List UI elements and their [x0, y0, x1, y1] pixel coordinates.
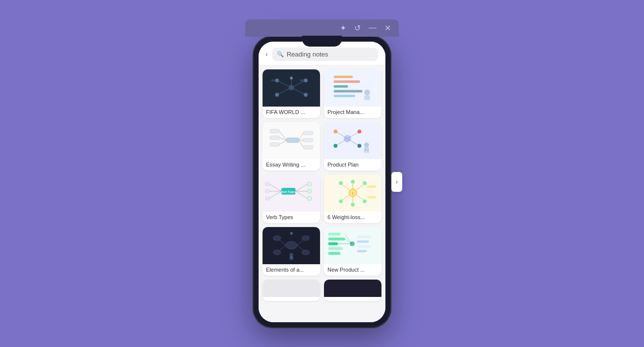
card-verb-types[interactable]: Verb Types — [263, 174, 320, 223]
svg-rect-58 — [266, 196, 269, 200]
svg-rect-81 — [367, 196, 376, 199]
svg-rect-97 — [328, 232, 340, 235]
thumb-verb-types: Verb Types — [263, 174, 320, 212]
svg-point-11 — [290, 77, 293, 80]
svg-rect-64 — [308, 196, 312, 200]
phone-frame: › ‹ 🔍 Reading notes — [253, 36, 391, 328]
svg-point-91 — [302, 250, 309, 255]
svg-rect-48 — [364, 149, 366, 153]
partial-card-2[interactable] — [324, 280, 381, 301]
svg-rect-101 — [328, 252, 340, 255]
svg-rect-95 — [289, 257, 293, 260]
svg-rect-56 — [266, 182, 269, 186]
card-label-new-product: New Product ... — [324, 264, 381, 276]
svg-point-79 — [339, 181, 343, 185]
thumb-product-plan — [324, 122, 381, 159]
svg-rect-98 — [328, 237, 345, 240]
svg-rect-19 — [333, 95, 355, 97]
svg-rect-12 — [271, 80, 275, 82]
svg-point-74 — [351, 180, 355, 184]
svg-point-83 — [285, 241, 297, 249]
svg-point-10 — [304, 93, 308, 97]
svg-rect-109 — [357, 250, 367, 252]
card-label-product-plan: Product Plan — [324, 159, 381, 171]
svg-rect-106 — [357, 235, 372, 238]
card-elements-of[interactable]: Elements of a... — [263, 227, 320, 276]
svg-rect-24 — [270, 136, 279, 140]
card-essay-writing[interactable]: Essay Writing ... — [263, 122, 320, 171]
card-label-essay: Essay Writing ... — [263, 159, 320, 171]
svg-point-78 — [339, 200, 343, 204]
phone-screen: ‹ 🔍 Reading notes — [259, 42, 385, 322]
card-label-elements-of: Elements of a... — [263, 264, 320, 276]
svg-point-42 — [333, 129, 337, 133]
scroll-right-arrow[interactable]: › — [391, 172, 402, 192]
svg-point-8 — [304, 79, 308, 83]
thumb-project-mana — [324, 69, 381, 107]
svg-rect-100 — [328, 247, 343, 250]
thumb-weight-loss: 1 — [324, 174, 381, 212]
svg-point-90 — [302, 236, 309, 241]
svg-rect-107 — [357, 240, 369, 243]
card-new-product[interactable]: New Product ... — [324, 227, 381, 276]
svg-point-88 — [273, 236, 280, 241]
svg-point-46 — [364, 142, 369, 147]
svg-point-9 — [275, 93, 279, 97]
card-weight-loss[interactable]: 1 — [324, 174, 381, 223]
svg-rect-16 — [333, 81, 360, 83]
back-button[interactable]: ‹ — [266, 50, 268, 58]
svg-rect-62 — [308, 182, 312, 186]
svg-rect-63 — [308, 189, 312, 193]
svg-point-77 — [351, 203, 355, 207]
svg-rect-49 — [367, 149, 369, 153]
cards-grid: FIFA WORLD ... — [263, 69, 381, 276]
svg-text:1: 1 — [352, 192, 354, 195]
partial-cards-row — [263, 280, 381, 301]
window-container: ✦ ↺ — ✕ › ‹ 🔍 Reading notes — [245, 19, 399, 328]
card-project-mana[interactable]: Project Mana... — [324, 69, 381, 118]
svg-point-44 — [358, 129, 362, 133]
svg-rect-57 — [266, 189, 269, 193]
svg-rect-23 — [270, 129, 279, 133]
svg-rect-13 — [300, 80, 304, 82]
card-label-weight-loss: 6 Weight-loss... — [324, 212, 381, 223]
svg-point-7 — [275, 79, 279, 83]
window-bar: ✦ ↺ — ✕ — [245, 19, 399, 37]
search-input[interactable]: Reading notes — [287, 51, 328, 58]
card-label-verb-types: Verb Types — [263, 212, 320, 223]
svg-rect-17 — [333, 85, 348, 88]
close-icon[interactable]: ✕ — [384, 23, 391, 33]
svg-rect-21 — [364, 95, 370, 100]
search-icon: 🔍 — [277, 51, 284, 58]
card-product-plan[interactable]: Product Plan — [324, 122, 381, 171]
star-icon[interactable]: ✦ — [340, 23, 346, 33]
svg-point-20 — [364, 90, 370, 96]
svg-rect-99 — [328, 242, 338, 245]
partial-card-1[interactable] — [263, 280, 320, 301]
minimize-icon[interactable]: — — [369, 23, 376, 32]
card-label-fifa: FIFA WORLD ... — [263, 107, 320, 118]
phone-notch — [302, 36, 342, 47]
svg-point-105 — [350, 241, 355, 246]
search-bar[interactable]: 🔍 Reading notes — [272, 48, 378, 61]
thumb-new-product — [324, 227, 381, 264]
svg-point-89 — [273, 250, 280, 255]
svg-rect-108 — [357, 245, 372, 247]
svg-rect-18 — [333, 90, 362, 93]
svg-rect-80 — [367, 186, 376, 188]
svg-rect-25 — [270, 143, 279, 147]
svg-text:Verb Types: Verb Types — [281, 190, 296, 193]
thumb-elements-of — [263, 227, 320, 264]
svg-point-43 — [333, 144, 337, 148]
svg-rect-35 — [303, 146, 313, 150]
svg-point-76 — [363, 200, 367, 204]
thumb-fifa-world — [263, 69, 320, 107]
svg-rect-33 — [303, 131, 313, 135]
card-fifa-world[interactable]: FIFA WORLD ... — [263, 69, 320, 118]
svg-rect-34 — [303, 138, 313, 142]
history-icon[interactable]: ↺ — [354, 23, 361, 33]
card-label-project: Project Mana... — [324, 107, 381, 118]
svg-rect-29 — [286, 138, 298, 143]
svg-point-45 — [358, 144, 362, 148]
grid-content[interactable]: FIFA WORLD ... — [259, 65, 385, 322]
